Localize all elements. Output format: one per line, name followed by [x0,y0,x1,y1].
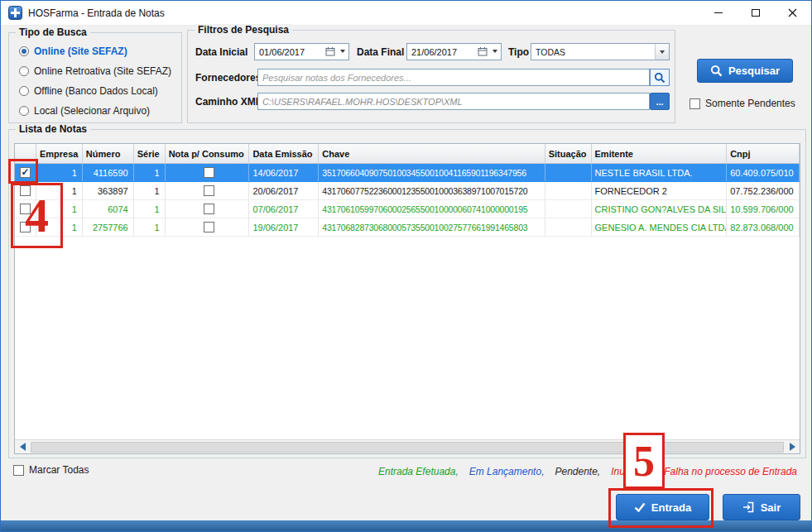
tipo-selected-value: TODAS [531,47,565,57]
scroll-left-button[interactable] [15,440,30,454]
cell-emitente: GENESIO A. MENDES CIA LTDA [592,218,728,236]
window-title: HOSFarma - Entrada de Notas [28,7,165,19]
table-row[interactable]: 12757766119/06/2017431706828730680005735… [15,218,800,237]
cell-consumo [166,164,250,181]
horizontal-scrollbar[interactable] [15,439,800,453]
close-button[interactable] [774,1,811,25]
tipo-select[interactable]: TODAS [531,43,670,60]
table-row[interactable]: 14116590114/06/2017351706604090750100345… [15,164,800,182]
radio-option[interactable]: Offline (Banco Dados Local) [11,81,180,101]
checkbox-icon [13,465,24,476]
calendar-icon[interactable] [325,46,335,56]
radio-icon [19,66,29,76]
checkbox-icon [689,98,700,109]
caminho-xml-input[interactable] [257,93,650,110]
calendar-icon[interactable] [478,46,488,56]
row-select-checkbox[interactable] [20,204,31,214]
consumo-checkbox[interactable] [204,185,214,196]
data-inicial-label: Data Inicial [195,46,247,58]
somente-pendentes-checkbox[interactable]: Somente Pendentes [689,98,795,109]
column-header-empresa[interactable]: Empresa [36,144,83,163]
cell-consumo [166,200,250,218]
cell-empresa: 1 [36,218,83,236]
filters-title: Filtros de Pesquisa [195,24,292,36]
marcar-todas-checkbox[interactable]: Marcar Todas [13,464,89,476]
grid-header: EmpresaNúmeroSérieNota p/ ConsumoData Em… [15,144,800,164]
cell-serie: 1 [134,182,166,199]
arrow-right-icon [790,443,795,451]
consumo-checkbox[interactable] [204,167,214,178]
status-legend: Entrada Efetuada,Em Lançamento,Pendente,… [368,466,797,477]
legend-item: Em Lançamento, [469,466,545,477]
column-header-emitente[interactable]: Emitente [592,144,728,163]
radio-option[interactable]: Online (Site SEFAZ) [11,41,180,61]
entrada-label: Entrada [651,501,691,514]
legend-item: Inutilizada / Falha no processo de Entra… [611,466,797,477]
fornecedores-search-button[interactable] [650,69,670,86]
pesquisar-label: Pesquisar [728,65,780,77]
cell-emitente: FORNECEDOR 2 [592,182,728,199]
row-select-checkbox[interactable] [20,167,31,178]
cell-numero: 6074 [83,200,134,218]
app-window: HOSFarma - Entrada de Notas Tipo de Busc… [0,0,812,532]
scroll-right-button[interactable] [785,440,800,454]
marcar-todas-label: Marcar Todas [29,464,89,476]
column-header-situacao[interactable]: Situação [545,144,592,163]
close-icon [788,8,797,17]
legend-item: Entrada Efetuada, [378,466,459,477]
cell-empresa: 1 [36,182,83,199]
radio-label: Local (Selecionar Arquivo) [34,105,150,117]
cell-cnpj: 07.752.236/000 [727,182,800,199]
row-select-checkbox[interactable] [20,185,31,196]
table-row[interactable]: 16074107/06/2017431706105997060002565500… [15,200,800,218]
cell-situacao [545,218,592,236]
consumo-checkbox[interactable] [204,204,214,214]
table-row[interactable]: 1363897120/06/20174317060775223600012355… [15,182,800,200]
date-dropdown-icon[interactable] [340,50,345,53]
legend-item: Pendente, [555,466,600,477]
radio-option[interactable]: Local (Selecionar Arquivo) [11,101,180,121]
sair-button[interactable]: Sair [723,494,800,520]
column-header-data[interactable]: Data Emissão [249,144,319,163]
consumo-checkbox[interactable] [204,222,214,232]
window-content: Tipo de Busca Online (Site SEFAZ)Online … [2,26,810,520]
date-dropdown-icon[interactable] [492,50,497,53]
column-header-cnpj[interactable]: Cnpj [727,144,800,163]
radio-option[interactable]: Online Retroativa (Site SEFAZ) [11,61,180,81]
scrollbar-thumb[interactable] [31,442,784,453]
row-select-checkbox[interactable] [20,222,31,232]
radio-label: Online (Site SEFAZ) [34,46,127,57]
arrow-left-icon [20,443,26,451]
sair-label: Sair [761,501,781,514]
title-bar: HOSFarma - Entrada de Notas [1,1,811,26]
exit-icon [742,501,755,513]
pesquisar-button[interactable]: Pesquisar [697,59,793,83]
column-header-consumo[interactable]: Nota p/ Consumo [166,144,250,163]
browse-button[interactable]: ... [650,93,670,110]
search-icon [710,65,723,77]
entrada-button[interactable]: Entrada [616,494,709,520]
column-header-serie[interactable]: Série [134,144,166,163]
column-header-chave[interactable]: Chave [319,144,545,163]
column-header-check[interactable] [15,144,36,163]
fornecedores-input[interactable] [257,69,650,86]
cell-numero: 4116590 [83,164,134,181]
chevron-down-icon [660,50,665,54]
cell-consumo [166,182,250,199]
search-type-options: Online (Site SEFAZ)Online Retroativa (Si… [11,41,180,121]
minimize-button[interactable] [699,1,737,25]
cell-check [15,218,36,236]
filters-groupbox: Filtros de Pesquisa Data Inicial Data Fi… [187,30,675,123]
maximize-button[interactable] [737,1,774,25]
notes-list-title: Lista de Notas [16,123,90,135]
cell-cnpj: 10.599.706/000 [727,200,800,218]
cell-chave: 4317068287306800057355001002757766199146… [319,218,545,236]
data-inicial-field [254,43,349,60]
cell-empresa: 1 [36,164,83,181]
bottom-strip [1,520,811,531]
cell-check [15,182,36,199]
app-icon [8,6,22,20]
column-header-numero[interactable]: Número [83,144,134,163]
combo-button[interactable] [655,44,669,60]
radio-label: Online Retroativa (Site SEFAZ) [34,65,171,77]
